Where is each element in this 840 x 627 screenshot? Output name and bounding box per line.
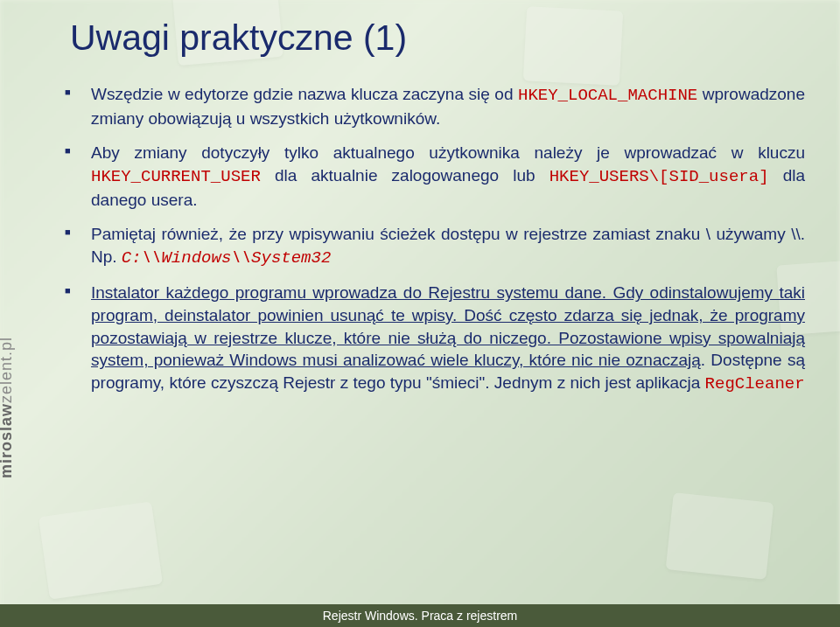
bullet-list: Wszędzie w edytorze gdzie nazwa klucza z… bbox=[61, 83, 805, 396]
code-text: HKEY_LOCAL_MACHINE bbox=[518, 86, 697, 105]
code-text: HKEY_USERS\[SID_usera] bbox=[550, 167, 769, 186]
slide-title: Uwagi praktyczne (1) bbox=[61, 17, 805, 59]
bullet-text: Aby zmiany dotyczyły tylko aktualnego uż… bbox=[91, 143, 805, 162]
code-text: HKEY_CURRENT_USER bbox=[91, 167, 261, 186]
watermark-rest: zelent.pl bbox=[0, 337, 15, 403]
bullet-text: dla aktualnie zalogowanego lub bbox=[261, 166, 550, 185]
watermark-bold: miroslaw bbox=[0, 403, 15, 478]
bullet-text-underline: Instalator każdego programu wprowadza do… bbox=[91, 283, 805, 369]
code-text: C:\\Windows\\System32 bbox=[122, 248, 331, 268]
bullet-item: Instalator każdego programu wprowadza do… bbox=[86, 282, 805, 395]
bullet-item: Aby zmiany dotyczyły tylko aktualnego uż… bbox=[86, 142, 805, 211]
bullet-item: Pamiętaj również, że przy wpisywaniu ści… bbox=[86, 223, 805, 269]
slide-footer: Rejestr Windows. Praca z rejestrem bbox=[0, 604, 840, 627]
bullet-text: Wszędzie w edytorze gdzie nazwa klucza z… bbox=[91, 85, 518, 103]
code-text: RegCleaner bbox=[705, 374, 805, 394]
site-watermark: miroslawzelent.pl bbox=[0, 337, 16, 478]
slide-content: Uwagi praktyczne (1) Wszędzie w edytorze… bbox=[61, 17, 805, 601]
bullet-item: Wszędzie w edytorze gdzie nazwa klucza z… bbox=[86, 83, 805, 129]
